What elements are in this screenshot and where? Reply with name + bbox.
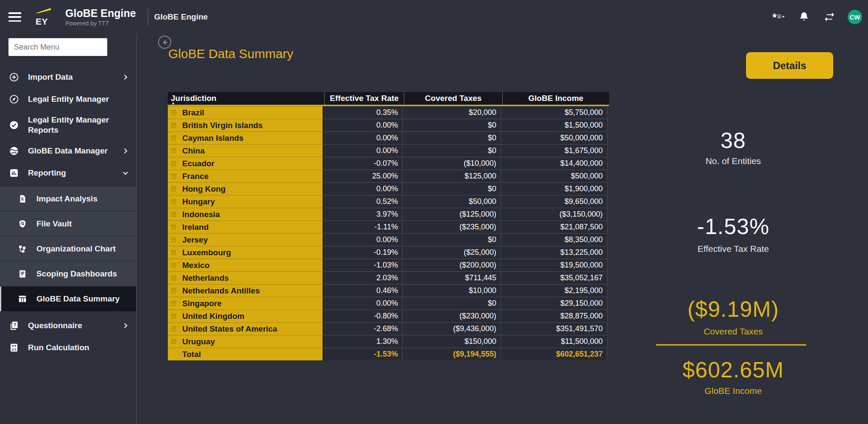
- covered-taxes-cell: ($25,000): [402, 246, 501, 259]
- expand-plus-icon[interactable]: +: [171, 110, 176, 115]
- jurisdiction-cell[interactable]: +Hong Kong: [168, 182, 324, 195]
- sidebar-item-reporting[interactable]: Reporting: [0, 162, 136, 184]
- globe-data-table: Jurisdiction▲Effective Tax RateCovered T…: [168, 92, 609, 360]
- expand-plus-icon[interactable]: +: [171, 263, 176, 268]
- expand-plus-icon[interactable]: +: [171, 339, 176, 344]
- jurisdiction-cell[interactable]: +Singapore: [168, 297, 324, 310]
- globe-income-cell: $5,750,000: [501, 106, 607, 119]
- sidebar-item-globe-data-manager[interactable]: GloBE Data Manager: [0, 140, 136, 162]
- sidebar-item-label: Run Calculation: [28, 343, 113, 353]
- expand-plus-icon[interactable]: +: [171, 250, 176, 255]
- globe-income-cell: $9,650,000: [501, 195, 607, 208]
- table-row: +Brazil0.35%$20,000$5,750,000: [168, 106, 609, 119]
- table-row: +United States of America-2.68%($9,436,0…: [168, 322, 609, 335]
- sidebar-item-label: Organizational Chart: [36, 244, 121, 254]
- globe-income-cell: $50,000,000: [501, 131, 607, 144]
- table-body: +Brazil0.35%$20,000$5,750,000+British Vi…: [168, 106, 609, 360]
- jurisdiction-cell[interactable]: Total: [168, 348, 324, 360]
- app-title-block: GloBE Engine Powered by TTT: [65, 7, 136, 27]
- sidebar-item-questionnaire[interactable]: ?Questionnaire: [0, 315, 136, 337]
- covered-taxes-cell: $0: [402, 144, 501, 157]
- jurisdiction-cell[interactable]: +United Kingdom: [168, 310, 324, 322]
- expand-plus-icon[interactable]: +: [171, 148, 176, 153]
- stat-income-label: GloBE Income: [644, 386, 822, 396]
- jurisdiction-cell[interactable]: +Indonesia: [168, 208, 324, 220]
- jurisdiction-cell[interactable]: +Ireland: [168, 220, 324, 233]
- jurisdiction-cell[interactable]: +Jersey: [168, 233, 324, 246]
- column-header-jurisdiction[interactable]: Jurisdiction▲: [168, 92, 324, 105]
- expand-plus-icon[interactable]: +: [171, 276, 176, 280]
- jurisdiction-cell[interactable]: +Cayman Islands: [168, 131, 324, 144]
- sidebar-item-legal-entity-manager[interactable]: Legal Entity Manager: [0, 88, 136, 110]
- table-columns-icon: [17, 293, 28, 304]
- details-button[interactable]: Details: [746, 52, 833, 79]
- jurisdiction-cell[interactable]: +Netherlands Antilles: [168, 284, 324, 297]
- search-input[interactable]: [8, 38, 107, 56]
- effective-tax-rate-cell: 0.46%: [324, 284, 402, 297]
- globe-income-cell: ($3,150,000): [501, 208, 607, 220]
- table-row: +Cayman Islands0.00%$0$50,000,000: [168, 131, 609, 144]
- expand-plus-icon[interactable]: +: [171, 237, 176, 242]
- effective-tax-rate-cell: -0.07%: [324, 157, 402, 170]
- effective-tax-rate-cell: 0.35%: [324, 106, 402, 119]
- column-header-covered-taxes[interactable]: Covered Taxes: [404, 92, 502, 105]
- doc-icon: [17, 193, 28, 204]
- expand-plus-icon[interactable]: +: [171, 301, 176, 306]
- covered-taxes-cell: $150,000: [402, 335, 501, 348]
- calculator-icon: [8, 342, 19, 353]
- expand-plus-icon[interactable]: +: [171, 123, 176, 128]
- globe-income-cell: $28,875,000: [501, 310, 607, 322]
- plus-circle-icon: [8, 72, 19, 83]
- expand-plus-icon[interactable]: +: [171, 288, 176, 293]
- effective-tax-rate-cell: 25.00%: [324, 170, 402, 182]
- doc-lines-icon: [17, 268, 28, 279]
- effective-tax-rate-cell: 0.00%: [324, 119, 402, 131]
- column-header-effective-tax-rate[interactable]: Effective Tax Rate: [324, 92, 404, 105]
- jurisdiction-cell[interactable]: +British Virgin Islands: [168, 119, 324, 131]
- sidebar-item-run-calculation[interactable]: Run Calculation: [0, 337, 136, 359]
- sidebar-item-impact-analysis[interactable]: Impact Analysis: [0, 187, 136, 211]
- jurisdiction-cell[interactable]: +Luxembourg: [168, 246, 324, 259]
- expand-plus-icon[interactable]: +: [171, 225, 176, 229]
- sidebar-item-globe-data-summary[interactable]: GloBE Data Summary: [0, 287, 136, 311]
- jurisdiction-cell[interactable]: +United States of America: [168, 322, 324, 335]
- stat-covered-value: ($9.19M): [644, 297, 822, 321]
- sidebar-item-file-vault[interactable]: File Vault: [0, 212, 136, 236]
- table-row: +France25.00%$125,000$500,000: [168, 170, 609, 182]
- expand-plus-icon[interactable]: +: [171, 314, 176, 318]
- hamburger-menu-icon[interactable]: [8, 12, 21, 22]
- table-row: +Indonesia3.97%($125,000)($3,150,000): [168, 208, 609, 220]
- jurisdiction-cell[interactable]: +Hungary: [168, 195, 324, 208]
- expand-plus-icon[interactable]: +: [171, 326, 176, 331]
- effective-tax-rate-cell: 1.30%: [324, 335, 402, 348]
- sidebar-item-organizational-chart[interactable]: Organizational Chart: [0, 237, 136, 261]
- jurisdiction-cell[interactable]: +Mexico: [168, 259, 324, 271]
- table-row: +Jersey0.00%$0$8,350,000: [168, 233, 609, 246]
- ey-logo-text: EY: [36, 17, 48, 27]
- jurisdiction-cell[interactable]: +Uruguay: [168, 335, 324, 348]
- jurisdiction-cell[interactable]: +China: [168, 144, 324, 157]
- covered-taxes-cell: $0: [402, 297, 501, 310]
- sidebar-item-legal-entity-manager-reports[interactable]: Legal Entity Manager Reports: [0, 110, 136, 140]
- jurisdiction-cell[interactable]: +Brazil: [168, 106, 324, 119]
- globe-income-cell: $19,500,000: [501, 259, 607, 271]
- sidebar-menu: Import DataLegal Entity ManagerLegal Ent…: [0, 66, 136, 359]
- expand-plus-icon[interactable]: +: [171, 161, 176, 166]
- sidebar-item-scoping-dashboards[interactable]: Scoping Dashboards: [0, 262, 136, 286]
- jurisdiction-cell[interactable]: +France: [168, 170, 324, 182]
- jurisdiction-cell[interactable]: +Ecuador: [168, 157, 324, 170]
- expand-plus-icon[interactable]: +: [171, 136, 176, 140]
- column-header-globe-income[interactable]: GloBE Income: [502, 92, 609, 105]
- sort-ascending-icon: ▲: [171, 101, 175, 105]
- expand-plus-icon[interactable]: +: [171, 187, 176, 191]
- globe-income-cell: $11,500,000: [501, 335, 607, 348]
- sidebar-item-label: Questionnaire: [28, 321, 113, 331]
- covered-taxes-cell: $0: [402, 119, 501, 131]
- sidebar-item-import-data[interactable]: Import Data: [0, 66, 136, 88]
- jurisdiction-cell[interactable]: +Netherlands: [168, 271, 324, 284]
- expand-plus-icon[interactable]: +: [171, 174, 176, 179]
- compass-icon: [8, 94, 19, 105]
- expand-plus-icon[interactable]: +: [171, 212, 176, 217]
- expand-plus-icon[interactable]: +: [171, 199, 176, 204]
- sidebar-item-label: File Vault: [36, 219, 121, 229]
